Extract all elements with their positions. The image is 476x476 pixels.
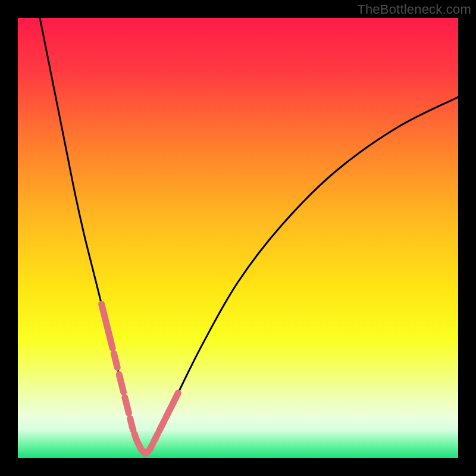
curve-marker-segment — [114, 353, 117, 368]
curve-marker-segment — [134, 434, 148, 453]
curve-marker-segment — [154, 434, 158, 441]
watermark-text: TheBottleneck.com — [357, 2, 471, 17]
bottleneck-curve-line — [40, 18, 458, 454]
curve-marker-segment — [130, 418, 133, 430]
plot-area — [18, 18, 458, 458]
curve-marker-segment — [159, 420, 165, 431]
bottleneck-curve-svg — [18, 18, 458, 458]
outer-frame: TheBottleneck.com — [0, 0, 476, 476]
curve-marker-segment — [166, 393, 178, 417]
curve-marker-segment — [119, 374, 123, 392]
curve-marker-segment — [102, 304, 113, 348]
curve-marker-segment — [149, 444, 153, 450]
curve-marker-segment — [125, 397, 129, 414]
